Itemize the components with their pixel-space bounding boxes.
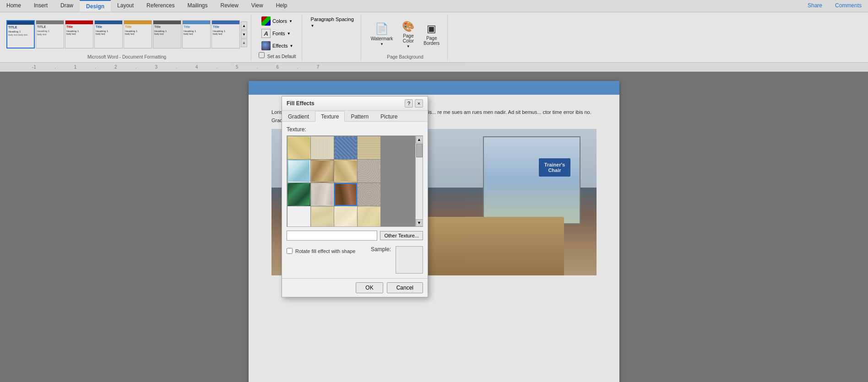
dialog-body: Texture: [282,122,428,278]
texture-white[interactable] [288,206,310,226]
scroll-thumb[interactable] [416,144,423,157]
dialog-titlebar: Fill Effects ? × [282,97,428,111]
tab-gradient[interactable]: Gradient [282,111,315,122]
tab-texture[interactable]: Texture [315,111,345,122]
sample-box [396,246,423,274]
rotate-fill-label: Rotate fill effect with shape [295,248,355,254]
texture-green-marble[interactable] [288,183,310,206]
texture-grid [287,136,415,226]
texture-parchment[interactable] [358,206,380,226]
other-texture-button[interactable]: Other Texture... [380,231,423,240]
texture-denim[interactable] [334,136,357,159]
texture-aqua-marble[interactable] [288,160,310,183]
tab-pattern[interactable]: Pattern [345,111,374,122]
rotate-fill-checkbox[interactable] [287,248,293,254]
texture-scrollbar: ▲ ▼ [415,136,423,226]
texture-light-marble[interactable] [311,183,334,206]
texture-brown-marble[interactable] [311,160,334,183]
texture-name-row: Other Texture... [287,231,423,241]
cancel-button[interactable]: Cancel [387,282,423,293]
sample-row: Sample: [371,246,423,274]
texture-gravel[interactable] [358,183,380,206]
texture-grid-container: ▲ ▼ [287,135,423,227]
texture-canvas[interactable] [311,136,334,159]
scroll-track [416,143,423,219]
fill-effects-dialog: Fill Effects ? × Gradient Texture Patter… [282,96,428,297]
texture-cream[interactable] [334,206,357,226]
scroll-up-button[interactable]: ▲ [416,136,423,143]
texture-granite[interactable] [358,160,380,183]
dialog-close-button[interactable]: × [415,99,423,108]
dialog-title: Fill Effects [287,100,315,107]
dialog-help-button[interactable]: ? [405,99,413,108]
texture-sand[interactable] [311,206,334,226]
tab-picture[interactable]: Picture [374,111,403,122]
dialog-tabs: Gradient Texture Pattern Picture [282,111,428,122]
dialog-footer: OK Cancel [282,278,428,297]
dialog-controls: ? × [405,99,423,108]
sample-label: Sample: [371,246,391,253]
texture-dark-brown-marble[interactable] [334,183,357,206]
texture-tan-marble[interactable] [334,160,357,183]
texture-name-input[interactable] [287,231,377,241]
ok-button[interactable]: OK [356,282,383,293]
modal-overlay: Fill Effects ? × Gradient Texture Patter… [0,0,868,382]
texture-woven[interactable] [358,136,380,159]
texture-label: Texture: [287,126,423,133]
texture-papyrus[interactable] [288,136,310,159]
scroll-down-button[interactable]: ▼ [416,219,423,226]
rotate-fill-row: Rotate fill effect with shape [287,248,355,254]
